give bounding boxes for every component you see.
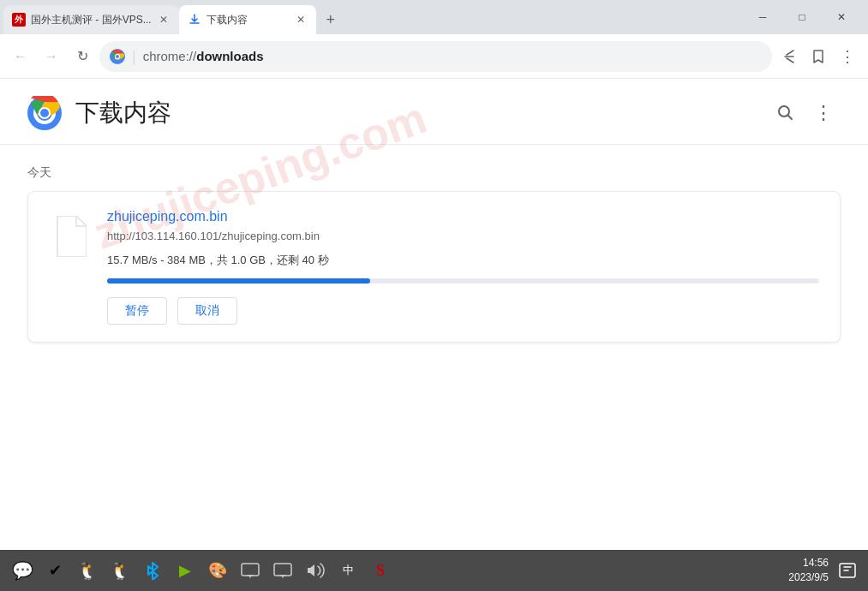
display-taskbar-icon[interactable] bbox=[235, 555, 266, 586]
more-options-button[interactable]: ⋮ bbox=[806, 96, 841, 130]
volume-taskbar-icon[interactable] bbox=[300, 555, 331, 586]
todo-taskbar-icon[interactable]: ✔ bbox=[39, 555, 70, 586]
tab1-favicon: 外 bbox=[12, 13, 26, 27]
bookmark-icon bbox=[811, 49, 826, 64]
nvidia-icon: ▶ bbox=[179, 561, 191, 580]
taskbar: 💬 ✔ 🐧 🐧 ▶ 🎨 bbox=[0, 550, 868, 591]
bluetooth-icon bbox=[145, 561, 160, 580]
chrome-logo-icon bbox=[110, 49, 125, 64]
tab-strip: 外 国外主机测评 - 国外VPS... ✕ 下载内容 ✕ + bbox=[0, 0, 743, 34]
address-text: chrome://downloads bbox=[143, 49, 264, 63]
chrome-logo-large-icon bbox=[27, 96, 62, 130]
display2-taskbar-icon[interactable] bbox=[267, 555, 298, 586]
date-display: 2023/9/5 bbox=[788, 570, 829, 585]
qq2-taskbar-icon[interactable]: 🐧 bbox=[105, 555, 135, 586]
svg-point-5 bbox=[40, 109, 49, 117]
maximize-button[interactable]: □ bbox=[782, 3, 822, 31]
address-protocol: chrome:// bbox=[143, 49, 197, 63]
wechat-taskbar-icon[interactable]: 💬 bbox=[7, 555, 38, 586]
address-path: downloads bbox=[196, 49, 263, 63]
time-display: 14:56 bbox=[788, 556, 829, 570]
display2-icon bbox=[273, 563, 292, 578]
share-button[interactable] bbox=[775, 43, 803, 70]
taskbar-time[interactable]: 14:56 2023/9/5 bbox=[788, 556, 829, 585]
refresh-button[interactable]: ↻ bbox=[69, 43, 96, 70]
downloads-header: 下载内容 ⋮ bbox=[0, 79, 868, 145]
page-title: 下载内容 bbox=[75, 97, 171, 129]
tab2-favicon bbox=[188, 13, 201, 27]
bookmark-button[interactable] bbox=[805, 43, 832, 70]
download-actions: 暂停 取消 bbox=[107, 297, 819, 325]
new-tab-button[interactable]: + bbox=[316, 5, 345, 34]
qq-icon: 🐧 bbox=[77, 560, 99, 581]
section-today-label: 今天 bbox=[27, 165, 841, 181]
share-icon bbox=[781, 49, 797, 64]
header-actions: ⋮ bbox=[769, 96, 841, 130]
notification-button[interactable] bbox=[834, 557, 861, 584]
address-bar[interactable]: | chrome://downloads bbox=[99, 41, 772, 72]
more-options-icon: ⋮ bbox=[814, 102, 833, 124]
progress-bar-container bbox=[107, 278, 819, 284]
window-controls: ─ □ ✕ bbox=[743, 0, 868, 34]
nvidia-taskbar-icon[interactable]: ▶ bbox=[170, 555, 201, 586]
search-icon bbox=[776, 104, 795, 122]
pause-button[interactable]: 暂停 bbox=[107, 297, 167, 325]
tab-2[interactable]: 下载内容 ✕ bbox=[179, 5, 316, 34]
volume-icon bbox=[306, 562, 325, 579]
tab2-close-button[interactable]: ✕ bbox=[294, 13, 308, 27]
tab1-title: 国外主机测评 - 国外VPS... bbox=[31, 13, 152, 27]
title-bar: 外 国外主机测评 - 国外VPS... ✕ 下载内容 ✕ + ─ □ ✕ bbox=[0, 0, 868, 34]
svg-point-2 bbox=[116, 55, 119, 58]
download-status: 15.7 MB/s - 384 MB，共 1.0 GB，还剩 40 秒 bbox=[107, 253, 819, 268]
address-separator: | bbox=[132, 49, 136, 64]
wps-taskbar-icon[interactable]: S bbox=[365, 555, 396, 586]
taskbar-right: 14:56 2023/9/5 bbox=[788, 556, 861, 585]
wechat-icon: 💬 bbox=[12, 560, 33, 581]
download-url: http://103.114.160.101/zhujiceping.com.b… bbox=[107, 230, 819, 242]
check-icon: ✔ bbox=[49, 561, 62, 580]
forward-button[interactable]: → bbox=[38, 43, 65, 70]
page-content: 下载内容 ⋮ zhujiceping.com 今天 bbox=[0, 79, 868, 550]
color-taskbar-icon[interactable]: 🎨 bbox=[202, 555, 233, 586]
tab2-title: 下载内容 bbox=[207, 13, 289, 27]
cancel-button[interactable]: 取消 bbox=[177, 297, 237, 325]
tab1-close-button[interactable]: ✕ bbox=[157, 13, 171, 27]
lang-icon: 中 bbox=[343, 563, 354, 578]
notification-icon bbox=[838, 561, 857, 580]
taskbar-icons: 💬 ✔ 🐧 🐧 ▶ 🎨 bbox=[7, 555, 785, 586]
toolbar: ← → ↻ | chrome://downloads bbox=[0, 34, 868, 79]
wps-icon: S bbox=[376, 562, 385, 580]
qq2-icon: 🐧 bbox=[110, 560, 131, 581]
search-button[interactable] bbox=[769, 96, 803, 130]
tab-1[interactable]: 外 国外主机测评 - 国外VPS... ✕ bbox=[3, 5, 179, 34]
progress-bar-fill bbox=[107, 278, 370, 284]
bluetooth-taskbar-icon[interactable] bbox=[137, 555, 168, 586]
file-icon bbox=[49, 212, 90, 260]
svg-rect-7 bbox=[242, 564, 259, 576]
file-svg-icon bbox=[52, 216, 87, 257]
download-filename[interactable]: zhujiceping.com.bin bbox=[107, 209, 819, 224]
display-icon bbox=[241, 563, 260, 578]
close-button[interactable]: ✕ bbox=[822, 3, 861, 31]
svg-point-6 bbox=[779, 106, 789, 116]
chrome-menu-button[interactable]: ⋮ bbox=[834, 43, 861, 70]
back-button[interactable]: ← bbox=[7, 43, 34, 70]
more-dots-icon: ⋮ bbox=[840, 47, 856, 66]
download-info: zhujiceping.com.bin http://103.114.160.1… bbox=[107, 209, 819, 325]
minimize-button[interactable]: ─ bbox=[743, 3, 782, 31]
toolbar-actions: ⋮ bbox=[775, 43, 861, 70]
svg-rect-8 bbox=[274, 564, 291, 576]
downloads-body: 今天 zhujiceping.com.bin http://103.114.16… bbox=[0, 145, 868, 363]
qq-taskbar-icon[interactable]: 🐧 bbox=[72, 555, 103, 586]
download-item: zhujiceping.com.bin http://103.114.160.1… bbox=[27, 191, 841, 343]
color-icon: 🎨 bbox=[208, 561, 227, 580]
lang-taskbar-icon[interactable]: 中 bbox=[332, 555, 363, 586]
